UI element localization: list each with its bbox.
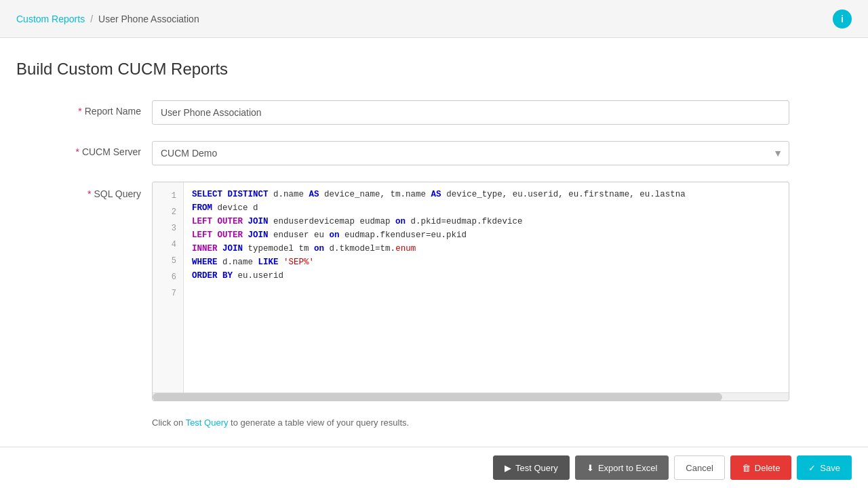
- check-icon: ✓: [808, 463, 816, 473]
- cucm-server-select[interactable]: CUCM Demo: [152, 141, 789, 165]
- scrollbar-track[interactable]: [153, 392, 789, 401]
- line-number: 6: [153, 269, 183, 285]
- hint-suffix: to generate a table view of your query r…: [228, 418, 409, 428]
- breadcrumb-separator: /: [90, 14, 93, 24]
- report-name-label: *Report Name: [16, 100, 152, 117]
- line-number: 3: [153, 220, 183, 237]
- line-number: 5: [153, 253, 183, 269]
- breadcrumb-link[interactable]: Custom Reports: [16, 14, 85, 24]
- cucm-server-required: *: [75, 146, 79, 157]
- download-icon: ⬇: [587, 463, 594, 473]
- trash-icon: 🗑: [742, 463, 751, 473]
- report-name-required: *: [78, 106, 81, 117]
- sql-editor: 1 2 3 4 5 6 7 SELECT DISTINCT d.name AS …: [153, 182, 789, 392]
- cucm-server-select-wrapper: CUCM Demo ▼: [152, 141, 789, 165]
- sql-editor-wrapper: 1 2 3 4 5 6 7 SELECT DISTINCT d.name AS …: [152, 182, 789, 401]
- info-icon: i: [841, 14, 844, 24]
- line-number: 2: [153, 204, 183, 220]
- cucm-server-label: *CUCM Server: [16, 141, 152, 157]
- line-number: 4: [153, 237, 183, 253]
- save-button[interactable]: ✓ Save: [797, 455, 852, 480]
- cancel-button[interactable]: Cancel: [674, 455, 724, 480]
- hint-link[interactable]: Test Query: [186, 418, 229, 428]
- sql-query-row: *SQL Query 1 2 3 4 5 6 7 SELECT DISTINCT…: [16, 182, 852, 401]
- line-numbers: 1 2 3 4 5 6 7: [153, 182, 184, 392]
- breadcrumb-current-page: User Phone Association: [98, 14, 199, 24]
- cucm-server-row: *CUCM Server CUCM Demo ▼: [16, 141, 852, 165]
- sql-query-label: *SQL Query: [16, 182, 152, 199]
- hint-text: Click on Test Query to generate a table …: [16, 418, 852, 428]
- sql-query-required: *: [87, 188, 91, 199]
- delete-button[interactable]: 🗑 Delete: [730, 455, 792, 480]
- line-number: 1: [153, 188, 183, 204]
- play-icon: ▶: [505, 463, 511, 473]
- breadcrumb-bar: Custom Reports / User Phone Association …: [0, 0, 868, 38]
- report-name-input[interactable]: [152, 100, 789, 125]
- export-excel-button[interactable]: ⬇ Export to Excel: [575, 455, 669, 480]
- sql-code-area[interactable]: SELECT DISTINCT d.name AS device_name, t…: [184, 182, 789, 392]
- breadcrumb: Custom Reports / User Phone Association: [16, 14, 199, 24]
- main-content: Build Custom CUCM Reports *Report Name *…: [0, 38, 868, 447]
- test-query-button[interactable]: ▶ Test Query: [493, 455, 570, 480]
- info-button[interactable]: i: [833, 9, 852, 28]
- report-name-row: *Report Name: [16, 100, 852, 125]
- footer-bar: ▶ Test Query ⬇ Export to Excel Cancel 🗑 …: [0, 447, 868, 488]
- hint-prefix: Click on: [152, 418, 186, 428]
- line-number: 7: [153, 285, 183, 302]
- page-title: Build Custom CUCM Reports: [16, 60, 852, 79]
- scrollbar-thumb[interactable]: [153, 393, 722, 401]
